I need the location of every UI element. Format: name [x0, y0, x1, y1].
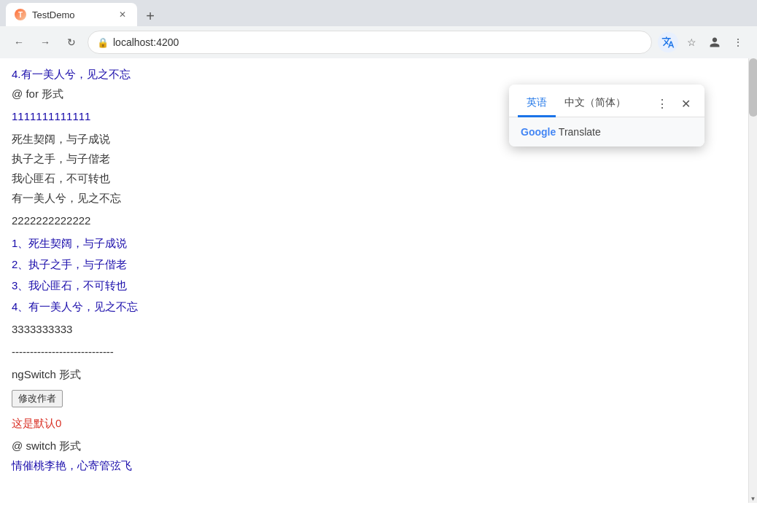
translate-tab-bar: 英语 中文（简体） ⋮ ✕ — [509, 85, 704, 117]
translate-icon[interactable] — [658, 32, 678, 52]
translate-svg — [661, 36, 675, 49]
line-4-3: 我心匪石，不可转也 — [12, 168, 745, 188]
page-wrapper: 4.有一美人兮，见之不忘 @ for 形式 1111111111111 死生契阔… — [0, 58, 757, 503]
last-line: 情催桃李艳，心寄管弦飞 — [12, 455, 745, 475]
translate-more-button[interactable]: ⋮ — [652, 93, 672, 114]
scrollbar-thumb[interactable] — [749, 58, 757, 117]
reload-button[interactable]: ↻ — [61, 32, 82, 52]
tab-bar: T TestDemo ✕ + — [0, 0, 757, 26]
lock-icon: 🔒 — [97, 37, 109, 48]
translate-content: Google Translate — [509, 117, 704, 146]
tab-close-button[interactable]: ✕ — [117, 9, 128, 20]
bookmark-icon[interactable]: ☆ — [681, 32, 702, 52]
tab-english[interactable]: 英语 — [518, 90, 556, 117]
browser-frame: T TestDemo ✕ + ← → ↻ 🔒 localhost:4200 ☆ — [0, 0, 757, 503]
active-tab[interactable]: T TestDemo ✕ — [6, 3, 137, 26]
line-7: 3333333333 — [12, 319, 745, 339]
line-4-2: 执子之手，与子偕老 — [12, 149, 745, 168]
line-1: 4.有一美人兮，见之不忘 — [12, 64, 745, 84]
scrollbar-track[interactable]: ▼ — [748, 58, 757, 503]
tab-chinese[interactable]: 中文（简体） — [556, 90, 634, 117]
back-button[interactable]: ← — [9, 32, 29, 52]
line-6-4: 4、有一美人兮，见之不忘 — [12, 297, 745, 316]
url-input[interactable]: 🔒 localhost:4200 — [88, 31, 652, 54]
url-text: localhost:4200 — [113, 36, 179, 48]
line-6-1: 1、死生契阔，与子成说 — [12, 233, 745, 253]
forward-button[interactable]: → — [35, 32, 55, 52]
line-4-4: 有一美人兮，见之不忘 — [12, 188, 745, 208]
line-6-3: 3、我心匪石，不可转也 — [12, 275, 745, 295]
address-bar: ← → ↻ 🔒 localhost:4200 ☆ ⋮ — [0, 26, 757, 58]
modify-author-button[interactable]: 修改作者 — [12, 390, 63, 407]
translate-close-button[interactable]: ✕ — [675, 93, 696, 114]
translate-popup: 英语 中文（简体） ⋮ ✕ Google Translate — [509, 85, 704, 146]
separator-line: ---------------------------- — [12, 342, 745, 361]
new-tab-button[interactable]: + — [140, 6, 160, 26]
translate-brand-suffix: Translate — [556, 126, 600, 138]
profile-icon[interactable] — [704, 32, 725, 52]
default-text: 这是默认0 — [12, 413, 745, 433]
toolbar-icons: ☆ ⋮ — [658, 32, 748, 52]
menu-icon[interactable]: ⋮ — [728, 32, 748, 52]
line-6-2: 2、执子之手，与子偕老 — [12, 254, 745, 274]
line-5: 2222222222222 — [12, 211, 745, 230]
tab-title: TestDemo — [32, 9, 111, 20]
google-brand: Google — [521, 126, 556, 138]
scrollbar-down[interactable]: ▼ — [749, 494, 757, 503]
switch-label: @ switch 形式 — [12, 436, 745, 455]
translate-tab-actions: ⋮ ✕ — [652, 93, 696, 114]
tab-favicon: T — [15, 9, 26, 20]
ngswitch-label: ngSwitch 形式 — [12, 364, 745, 384]
